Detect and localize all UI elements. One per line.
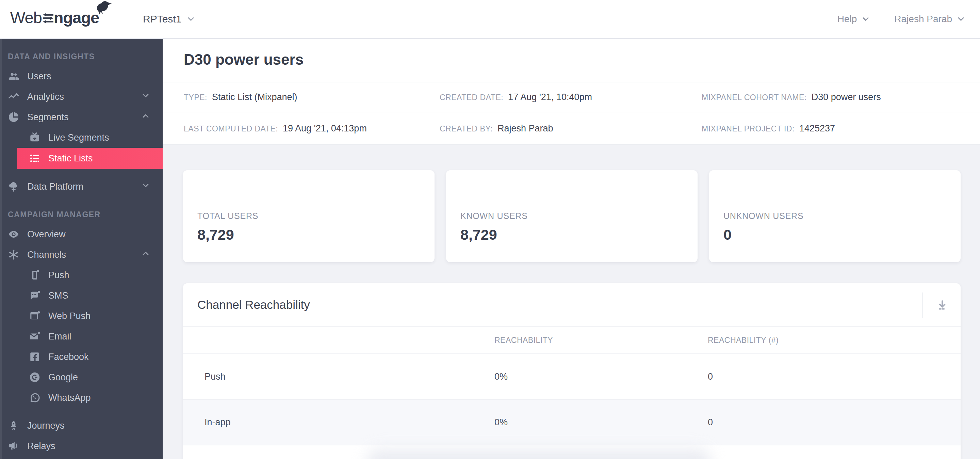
sidebar-item-journeys[interactable]: Journeys <box>0 415 163 436</box>
column-header-reachability-count: REACHABILITY (#) <box>708 335 778 344</box>
card-value: 8,729 <box>197 226 434 243</box>
sidebar-item-label: Live Segments <box>48 132 109 143</box>
card-label: TOTAL USERS <box>197 211 434 221</box>
main-content: D30 power users TYPE:Static List (Mixpan… <box>163 39 980 459</box>
bird-icon <box>94 0 113 17</box>
sidebar-item-analytics[interactable]: Analytics <box>0 86 163 107</box>
logo-arrows-icon <box>43 12 53 24</box>
channel-name: In-app <box>205 417 231 428</box>
sidebar-item-label: Push <box>48 270 69 280</box>
google-icon <box>29 371 41 383</box>
meta-last-computed-date: LAST COMPUTED DATE:19 Aug '21, 04:13pm <box>184 123 367 134</box>
bottom-scroll-shadow <box>367 449 711 459</box>
sidebar-item-label: Data Platform <box>27 182 83 192</box>
page-header: D30 power users TYPE:Static List (Mixpan… <box>163 39 980 145</box>
webengage-logo[interactable]: Web ngage <box>10 8 99 27</box>
sidebar-item-label: Overview <box>27 229 66 240</box>
sidebar-item-label: Static Lists <box>48 153 93 164</box>
channel-reachability-panel: Channel Reachability REACHABILITY REACHA… <box>183 283 961 459</box>
chevron-up-icon <box>141 112 150 121</box>
meta-row: LAST COMPUTED DATE:19 Aug '21, 04:13pm C… <box>163 112 980 144</box>
sidebar-item-label: Analytics <box>27 92 64 102</box>
sidebar-item-label: WhatsApp <box>48 393 91 403</box>
user-menu[interactable]: Rajesh Parab <box>894 14 966 24</box>
email-icon <box>29 330 41 343</box>
sidebar-item-static-lists[interactable]: Static Lists <box>17 148 163 169</box>
channel-name: Push <box>205 371 226 382</box>
help-label: Help <box>837 14 857 24</box>
help-menu[interactable]: Help <box>837 14 871 24</box>
chevron-down-icon <box>186 14 196 24</box>
sidebar-item-label: Email <box>48 332 72 342</box>
sidebar-item-label: Journeys <box>27 421 65 431</box>
sidebar-item-users[interactable]: Users <box>0 66 163 86</box>
chevron-down-icon <box>956 14 966 24</box>
meta-type: TYPE:Static List (Mixpanel) <box>184 92 298 102</box>
panel-header: Channel Reachability <box>183 283 961 327</box>
table-row-in-app: In-app 0% 0 <box>183 400 961 445</box>
meta-row: TYPE:Static List (Mixpanel) CREATED DATE… <box>163 82 980 112</box>
web-push-icon <box>29 310 41 322</box>
rocket-icon <box>8 419 20 432</box>
table-header-row: REACHABILITY REACHABILITY (#) <box>183 327 961 354</box>
sidebar-item-channels[interactable]: Channels <box>0 244 163 265</box>
sidebar-section-campaign-manager: CAMPAIGN MANAGER <box>0 205 163 224</box>
known-users-card: KNOWN USERS 8,729 <box>446 170 698 262</box>
reachability-percent: 0% <box>495 417 508 428</box>
stat-cards: TOTAL USERS 8,729 KNOWN USERS 8,729 UNKN… <box>183 170 961 262</box>
sidebar-item-sms[interactable]: SMS <box>0 285 163 306</box>
download-button[interactable] <box>933 296 952 315</box>
segments-icon <box>8 111 20 123</box>
card-value: 0 <box>724 226 961 243</box>
sidebar-item-label: Web Push <box>48 311 91 322</box>
whatsapp-icon <box>29 392 41 404</box>
reachability-count: 0 <box>708 417 713 428</box>
meta-mixpanel-cohort-name: MIXPANEL COHORT NAME:D30 power users <box>702 92 881 102</box>
sidebar-item-label: SMS <box>48 290 68 301</box>
meta-mixpanel-project-id: MIXPANEL PROJECT ID:1425237 <box>702 123 835 134</box>
sidebar-item-web-push[interactable]: Web Push <box>0 306 163 326</box>
user-name: Rajesh Parab <box>894 14 952 24</box>
logo-text-engage: ngage <box>54 8 99 27</box>
table-row-push: Push 0% 0 <box>183 354 961 400</box>
chevron-down-icon <box>141 181 150 190</box>
sidebar-item-data-platform[interactable]: Data Platform <box>0 176 163 197</box>
sidebar-section-data-and-insights: DATA AND INSIGHTS <box>0 47 163 66</box>
unknown-users-card: UNKNOWN USERS 0 <box>709 170 961 262</box>
sidebar-item-google[interactable]: Google <box>0 367 163 387</box>
sidebar-item-email[interactable]: Email <box>0 326 163 347</box>
chevron-down-icon <box>141 91 150 100</box>
sidebar-item-label: Users <box>27 71 51 82</box>
analytics-icon <box>8 91 20 103</box>
chevron-up-icon <box>141 249 150 258</box>
column-header-reachability: REACHABILITY <box>495 335 553 344</box>
reachability-count: 0 <box>708 371 713 382</box>
sidebar-item-label: Segments <box>27 112 69 123</box>
card-label: KNOWN USERS <box>460 211 698 221</box>
workspace-name: RPTest1 <box>143 13 181 25</box>
sidebar-item-whatsapp[interactable]: WhatsApp <box>0 387 163 408</box>
sidebar-item-label: Facebook <box>48 352 89 362</box>
panel-title: Channel Reachability <box>197 298 310 312</box>
sidebar-item-label: Google <box>48 372 78 383</box>
sidebar-item-live-segments[interactable]: Live Segments <box>0 128 163 148</box>
users-icon <box>8 70 20 83</box>
sidebar-item-push[interactable]: Push <box>0 265 163 285</box>
meta-created-by: CREATED BY:Rajesh Parab <box>440 123 553 134</box>
sidebar-item-facebook[interactable]: Facebook <box>0 347 163 367</box>
meta-created-date: CREATED DATE:17 Aug '21, 10:40pm <box>440 92 592 102</box>
page-title: D30 power users <box>184 51 304 68</box>
data-platform-icon <box>8 180 20 193</box>
sidebar-item-overview[interactable]: Overview <box>0 224 163 244</box>
workspace-selector[interactable]: RPTest1 <box>143 0 196 38</box>
sidebar-item-segments[interactable]: Segments <box>0 107 163 128</box>
meta-info: TYPE:Static List (Mixpanel) CREATED DATE… <box>163 82 980 145</box>
sidebar-item-label: Channels <box>27 250 66 260</box>
total-users-card: TOTAL USERS 8,729 <box>183 170 434 262</box>
download-icon <box>936 299 948 311</box>
sidebar: DATA AND INSIGHTS Users Analytics Segmen… <box>0 39 163 459</box>
sidebar-item-relays[interactable]: Relays <box>0 436 163 456</box>
reachability-percent: 0% <box>495 371 508 382</box>
sidebar-item-label: Relays <box>27 441 56 451</box>
eye-icon <box>8 228 20 241</box>
